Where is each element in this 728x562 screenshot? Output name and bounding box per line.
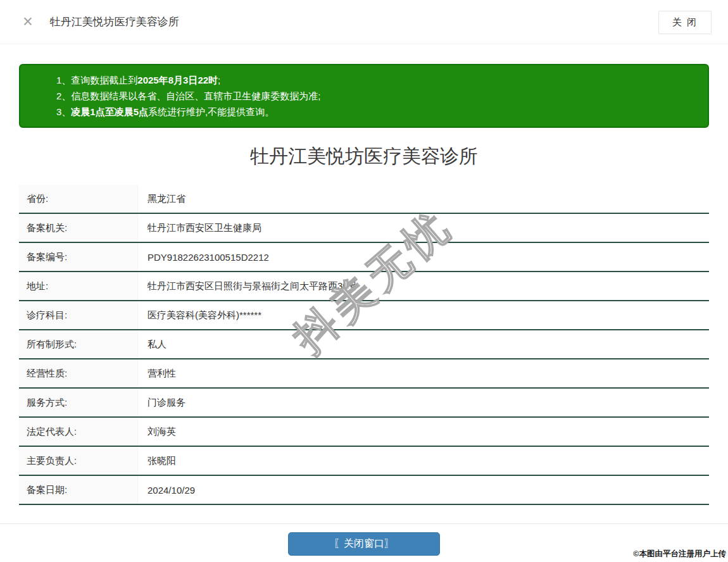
row-value: 医疗美容科(美容外科)****** xyxy=(138,301,709,329)
row-value: PDY91822623100515D2212 xyxy=(138,243,709,271)
row-value: 门诊服务 xyxy=(138,389,709,416)
row-label: 服务方式: xyxy=(19,389,138,416)
table-row: 备案机关:牡丹江市西安区卫生健康局 xyxy=(19,214,709,243)
table-row: 法定代表人:刘海英 xyxy=(19,418,709,447)
notice-list: 1、查询数据截止到2025年8月3日22时;2、信息数据结果以各省、自治区、直辖… xyxy=(56,72,695,120)
table-row: 备案日期:2024/10/29 xyxy=(19,476,709,505)
row-value: 张晓阳 xyxy=(138,447,709,475)
window-title: 牡丹江美悦坊医疗美容诊所 xyxy=(50,15,179,29)
table-row: 所有制形式:私人 xyxy=(19,330,709,359)
close-icon[interactable]: × xyxy=(23,13,33,30)
row-label: 主要负责人: xyxy=(19,447,138,475)
close-button[interactable]: 关 闭 xyxy=(658,11,712,34)
row-label: 诊疗科目: xyxy=(19,301,138,329)
row-label: 备案编号: xyxy=(19,243,138,271)
row-value: 营利性 xyxy=(138,359,709,387)
page-title: 牡丹江美悦坊医疗美容诊所 xyxy=(0,144,728,170)
row-value: 牡丹江市西安区卫生健康局 xyxy=(138,214,709,242)
close-window-button[interactable]: 〖关闭窗口〗 xyxy=(288,532,440,556)
row-value: 黑龙江省 xyxy=(138,185,709,213)
notice-line: 1、查询数据截止到2025年8月3日22时; xyxy=(56,72,695,88)
notice-banner: 1、查询数据截止到2025年8月3日22时;2、信息数据结果以各省、自治区、直辖… xyxy=(19,64,709,128)
row-label: 备案机关: xyxy=(19,214,138,242)
table-row: 主要负责人:张晓阳 xyxy=(19,447,709,476)
row-label: 经营性质: xyxy=(19,359,138,387)
row-label: 法定代表人: xyxy=(19,418,138,446)
info-table: 省份:黑龙江省备案机关:牡丹江市西安区卫生健康局备案编号:PDY91822623… xyxy=(19,185,709,505)
row-label: 省份: xyxy=(19,185,138,213)
footer: 〖关闭窗口〗 xyxy=(0,524,728,556)
row-label: 地址: xyxy=(19,272,138,300)
row-value: 私人 xyxy=(138,330,709,358)
row-value: 刘海英 xyxy=(138,418,709,446)
table-row: 服务方式:门诊服务 xyxy=(19,389,709,418)
table-row: 备案编号:PDY91822623100515D2212 xyxy=(19,243,709,272)
table-row: 地址:牡丹江市西安区日照街与景福街之间太平路西30号 xyxy=(19,272,709,301)
table-row: 经营性质:营利性 xyxy=(19,359,709,389)
notice-line: 2、信息数据结果以各省、自治区、直辖市卫生健康委数据为准; xyxy=(56,88,695,104)
copyright-watermark: ©本图由平台注册用户上传 xyxy=(633,549,726,559)
row-value: 牡丹江市西安区日照街与景福街之间太平路西30号 xyxy=(138,272,709,300)
row-value: 2024/10/29 xyxy=(138,476,709,504)
notice-line: 3、凌晨1点至凌晨5点系统进行维护,不能提供查询。 xyxy=(56,104,695,120)
row-label: 备案日期: xyxy=(19,476,138,504)
window-titlebar: × 牡丹江美悦坊医疗美容诊所 关 闭 xyxy=(0,0,728,44)
table-row: 诊疗科目:医疗美容科(美容外科)****** xyxy=(19,301,709,330)
table-row: 省份:黑龙江省 xyxy=(19,185,709,214)
row-label: 所有制形式: xyxy=(19,330,138,358)
